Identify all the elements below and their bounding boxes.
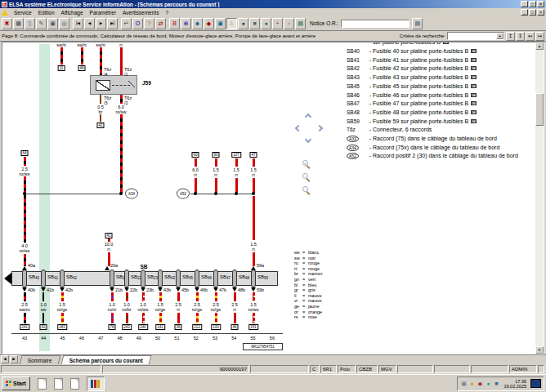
wire-segment <box>111 292 114 301</box>
pan-right-icon[interactable] <box>316 125 323 131</box>
menu-edition[interactable]: Edition <box>35 10 58 16</box>
tray-icon-3[interactable]: ◆ <box>477 381 483 387</box>
wire-segment <box>61 292 64 301</box>
bold-b-icon[interactable]: B <box>169 18 180 29</box>
cross-reference-box: 100 <box>211 324 221 330</box>
mdi-restore-button[interactable]: □ <box>529 9 536 16</box>
wire-segment <box>234 292 236 301</box>
edit-document-icon[interactable]: ✎ <box>36 18 47 29</box>
warning-triangle-icon[interactable]: ⚠ <box>226 18 237 29</box>
tab-schema-parcours-du-courant[interactable]: Schéma parcours du courant <box>60 355 151 364</box>
tools-icon[interactable]: + <box>272 18 283 29</box>
camera-icon[interactable] <box>471 110 477 114</box>
search-icon[interactable]: ◎ <box>59 18 69 29</box>
camera-icon[interactable] <box>471 84 477 88</box>
menu-parametrer[interactable]: Paramétrer <box>87 10 120 16</box>
vertical-scrollbar[interactable]: ▲ ▼ <box>535 42 544 354</box>
notice-edit-icon[interactable]: ▤ <box>412 18 423 29</box>
exit-icon[interactable]: ✖ <box>2 18 12 29</box>
restore-button[interactable]: □ <box>529 1 536 7</box>
minimize-button[interactable]: _ <box>521 1 528 7</box>
tab-sommaire[interactable]: Sommaire <box>20 355 60 364</box>
print-icon[interactable]: ▦ <box>13 18 24 29</box>
wire-spec-label: 1.0 sw <box>40 302 47 312</box>
previous-page-icon[interactable]: ◀ <box>84 18 95 29</box>
plus-circle-icon[interactable]: ⊕ <box>181 18 191 29</box>
user-icon[interactable]: ☻ <box>192 18 203 29</box>
camera-icon[interactable] <box>471 58 477 62</box>
quicklaunch-document-2[interactable] <box>54 378 63 390</box>
scroll-down-icon[interactable]: ▼ <box>535 346 544 354</box>
zoom-area-icon[interactable] <box>302 186 308 192</box>
return-icon[interactable]: ↵ <box>121 18 132 29</box>
quicklaunch-document-3[interactable] <box>70 378 79 390</box>
menu-service[interactable]: Service <box>11 10 35 16</box>
new-document-icon[interactable]: ▯ <box>25 18 35 29</box>
close-button[interactable]: × <box>537 1 544 7</box>
zoom-in-icon[interactable]: + <box>302 160 308 166</box>
pan-up-icon[interactable] <box>305 114 311 120</box>
legend-text: Fusible 59 sur platine porte-fusibles B <box>373 118 468 124</box>
junction-dot <box>235 192 238 195</box>
diagram-label: T6z /4 <box>104 67 111 77</box>
last-page-icon[interactable]: ▶| <box>107 18 118 29</box>
search-down-button[interactable]: ↧ <box>516 32 525 41</box>
first-page-icon[interactable]: |◀ <box>73 18 83 29</box>
mdi-close-button[interactable]: × <box>537 9 544 16</box>
menu-avertissements[interactable]: Avertissements <box>119 10 162 16</box>
diamond-icon[interactable]: ◆ <box>204 18 214 29</box>
camera-icon[interactable] <box>471 49 477 53</box>
track-number: 44 <box>41 336 46 341</box>
copy-documents-icon[interactable]: ▣ <box>47 18 58 29</box>
camera-icon[interactable] <box>471 119 477 123</box>
camera-icon[interactable] <box>471 101 477 105</box>
camera-icon[interactable] <box>471 75 477 79</box>
color-abbr: rt <box>294 266 302 271</box>
pan-down-icon[interactable] <box>305 136 311 143</box>
notice-or-input[interactable] <box>341 20 410 28</box>
wire-arrow-icon <box>251 287 256 292</box>
color-legend-row: sw=noir <box>294 256 316 261</box>
camera-icon[interactable] <box>471 66 477 70</box>
quicklaunch-document-1[interactable] <box>38 378 47 390</box>
next-page-icon[interactable]: ▶ <box>96 18 106 29</box>
pan-left-icon[interactable] <box>295 125 302 131</box>
cross-reference-box: 36 <box>174 324 181 330</box>
next-match-button[interactable]: ↦ <box>535 32 544 41</box>
search-up-button[interactable]: ↥ <box>506 32 515 41</box>
help-icon[interactable]: ? <box>144 18 154 29</box>
camera-icon[interactable] <box>443 42 449 44</box>
tab-scroll-left-icon[interactable]: ◀ <box>1 355 9 363</box>
compare-icon[interactable]: ⇄ <box>155 18 166 29</box>
page-icon[interactable]: ▫ <box>284 18 294 29</box>
diagram-label: J59 <box>142 81 151 86</box>
tray-icon-5[interactable]: ■ <box>493 381 499 387</box>
quicklaunch-elsa-app[interactable] <box>87 376 105 391</box>
vehicle-icon[interactable]: ● <box>261 18 271 29</box>
color-name: vert <box>308 277 316 282</box>
menu-help[interactable]: ? <box>162 10 172 16</box>
mdi-minimize-button[interactable]: _ <box>521 9 528 16</box>
book-icon[interactable]: ▤ <box>295 18 306 29</box>
chevron-down-icon[interactable]: ▼ <box>496 33 503 39</box>
menu-affichage[interactable]: Affichage <box>58 10 87 16</box>
info-icon[interactable]: O <box>132 18 143 29</box>
wire-spec-label: 1.5 ro/ge <box>155 302 166 312</box>
tray-icon-1[interactable]: ▣ <box>460 381 467 387</box>
globe-icon[interactable]: ● <box>238 18 248 29</box>
zoom-out-icon[interactable]: - <box>302 173 308 179</box>
tray-icon-2[interactable]: ● <box>468 381 475 387</box>
camera-icon[interactable] <box>471 93 477 97</box>
tray-icon-4[interactable]: ● <box>485 381 491 387</box>
prev-match-button[interactable]: ↤ <box>526 32 535 41</box>
tab-scroll-right-icon[interactable]: ▶ <box>10 355 18 363</box>
legend-text: Fusible 45 sur platine porte-fusibles B <box>373 83 468 89</box>
monitor-icon[interactable]: ▣ <box>215 18 226 29</box>
color-legend-row: ws=blanc <box>294 250 319 255</box>
equals-sign: = <box>302 266 308 271</box>
scrollbar-thumb[interactable] <box>535 93 544 126</box>
search-criteria-combo[interactable]: ▼ <box>447 32 504 40</box>
start-button[interactable]: Start <box>2 376 30 390</box>
archive-icon[interactable]: ■ <box>249 18 260 29</box>
scroll-up-icon[interactable]: ▲ <box>535 42 544 50</box>
